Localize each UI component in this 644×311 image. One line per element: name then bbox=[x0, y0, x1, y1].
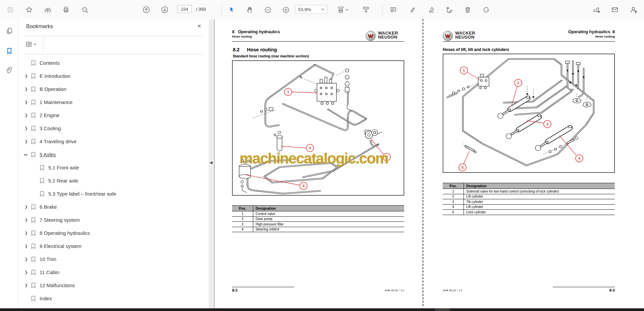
next-page-button[interactable] bbox=[160, 5, 169, 14]
header-chapter-title: Operating hydraulics bbox=[568, 30, 610, 34]
bookmark-item[interactable]: ❯Index bbox=[18, 292, 209, 305]
header-chapter-number: 8 bbox=[232, 30, 234, 34]
scroll-mode-button[interactable] bbox=[362, 5, 370, 14]
table-row: 5Lock cylinder bbox=[443, 210, 615, 215]
bookmark-item[interactable]: ❯8 Operating hydraulics bbox=[18, 226, 209, 240]
column-header: Designation bbox=[464, 183, 615, 189]
bookmark-item[interactable]: ❯1 Maintenance bbox=[18, 96, 209, 109]
right-parts-table: Pos.Designation 1Solenoid valve for two-… bbox=[443, 183, 615, 215]
fit-width-dropdown[interactable] bbox=[336, 5, 349, 14]
chevron-right-icon[interactable]: ❯ bbox=[23, 126, 29, 131]
bookmark-item[interactable]: ❯B Operation bbox=[18, 83, 209, 96]
zoom-in-button[interactable] bbox=[281, 5, 290, 14]
sign-button[interactable] bbox=[427, 5, 435, 14]
delete-button[interactable] bbox=[463, 5, 472, 14]
chevron-right-icon[interactable]: ❯ bbox=[23, 230, 29, 236]
paperclip-icon bbox=[5, 66, 13, 74]
svg-text:5: 5 bbox=[462, 165, 464, 169]
search-button[interactable] bbox=[80, 5, 89, 14]
bookmark-item[interactable]: 5.2 Rear axle bbox=[18, 174, 209, 187]
bookmark-icon bbox=[31, 139, 36, 144]
hose-routing-diagram: 1 3 2 4 bbox=[232, 60, 404, 196]
zoom-level-dropdown[interactable]: 53,9% bbox=[295, 5, 327, 14]
bookmark-item[interactable]: ❯E Introduction bbox=[18, 69, 209, 83]
figure-caption: Standard hose routing (rear machine sect… bbox=[233, 54, 309, 58]
comment-button[interactable] bbox=[389, 5, 397, 14]
chevron-right-icon[interactable]: ❯ bbox=[23, 73, 29, 79]
chevron-right-icon[interactable]: ❯ bbox=[23, 113, 29, 118]
chevron-right-icon[interactable]: ❯ bbox=[23, 100, 29, 105]
bookmark-item[interactable]: ❯6 Brake bbox=[18, 200, 209, 213]
redo-button[interactable] bbox=[482, 5, 490, 14]
bookmark-icon bbox=[40, 191, 45, 197]
left-doc-version: SHB WL32 * 1.0 bbox=[232, 289, 404, 292]
options-list-icon bbox=[25, 41, 33, 48]
chevron-right-icon[interactable]: ❯ bbox=[23, 257, 29, 262]
bookmark-item[interactable]: 5.1 Front axle bbox=[18, 161, 209, 174]
bookmark-item[interactable]: 5.3 Type label – front/rear axle bbox=[18, 187, 209, 200]
divider bbox=[25, 54, 203, 54]
bookmark-label: 4 Traveling drive bbox=[40, 139, 76, 144]
bookmark-item[interactable]: ❯7 Steering system bbox=[18, 213, 209, 226]
fill-sign-button[interactable] bbox=[445, 5, 453, 14]
chevron-right-icon[interactable]: ❯ bbox=[23, 244, 29, 249]
bookmark-label: 3 Cooling bbox=[40, 125, 61, 131]
chevron-right-icon[interactable]: ❯ bbox=[23, 204, 29, 210]
caret-down-icon bbox=[321, 8, 324, 10]
trash-icon bbox=[464, 6, 472, 14]
bookmark-item[interactable]: ❯3 Cooling bbox=[18, 122, 209, 135]
bookmark-icon bbox=[31, 73, 36, 79]
close-panel-button[interactable]: ✕ bbox=[196, 22, 203, 30]
bookmark-item[interactable]: ❯11 Cabin bbox=[18, 266, 209, 279]
print-button[interactable] bbox=[62, 5, 70, 14]
zoom-level-value: 53,9% bbox=[298, 7, 311, 12]
bookmark-options-button[interactable] bbox=[25, 40, 39, 49]
bookmarks-tab[interactable] bbox=[5, 46, 14, 55]
callout-1: 1 bbox=[460, 67, 480, 80]
lift-cylinder2-figure bbox=[535, 125, 572, 151]
hand-tool-button[interactable] bbox=[245, 5, 254, 14]
page-thumbnails-tab[interactable] bbox=[5, 26, 14, 35]
save-button[interactable] bbox=[6, 5, 15, 14]
previous-page-button[interactable] bbox=[142, 5, 151, 14]
zoom-out-button[interactable] bbox=[263, 5, 272, 14]
toolbar: / 350 53,9% bbox=[0, 0, 644, 19]
bookmark-label: 11 Cabin bbox=[40, 269, 59, 275]
email-button[interactable] bbox=[610, 5, 619, 14]
brand-line2: NEUSON bbox=[378, 35, 398, 39]
bookmark-item[interactable]: ❯4 Traveling drive bbox=[18, 135, 209, 148]
svg-text:4: 4 bbox=[578, 156, 581, 160]
page-number-input[interactable] bbox=[177, 5, 192, 13]
caret-down-icon bbox=[34, 43, 37, 45]
attachments-tab[interactable] bbox=[5, 65, 14, 74]
highlight-button[interactable] bbox=[408, 5, 417, 14]
share-link-button[interactable] bbox=[592, 5, 601, 14]
chevron-right-icon[interactable]: ❯ bbox=[23, 217, 29, 223]
star-button[interactable] bbox=[25, 5, 34, 14]
scrollbar-thumb[interactable] bbox=[435, 309, 450, 311]
bookmark-item[interactable]: ❯9 Electrical system bbox=[18, 240, 209, 253]
table-row: 2Lift cylinder bbox=[443, 194, 615, 199]
bookmark-item[interactable]: ❯10 Trim bbox=[18, 253, 209, 266]
select-tool-button[interactable] bbox=[227, 5, 236, 14]
bookmark-item[interactable]: ❯12 Malfunctions bbox=[18, 279, 209, 292]
add-user-button[interactable] bbox=[629, 5, 638, 14]
collapse-panel-arrow[interactable]: ◀ bbox=[210, 160, 212, 165]
chevron-right-icon[interactable]: ❯ bbox=[23, 139, 29, 144]
horizontal-scrollbar[interactable] bbox=[0, 308, 644, 311]
bookmark-item[interactable]: ❯Contents bbox=[18, 56, 209, 69]
bookmark-item-selected[interactable]: ❯5 Axles bbox=[18, 148, 209, 161]
page-total-label: / 350 bbox=[196, 7, 206, 12]
bookmark-item[interactable]: ❯2 Engine bbox=[18, 109, 209, 122]
chevron-right-icon[interactable]: ❯ bbox=[23, 87, 29, 92]
brand-logo: WACKERNEUSON bbox=[366, 31, 398, 41]
chevron-down-icon[interactable]: ❯ bbox=[23, 152, 29, 157]
bookmark-label: 9 Electrical system bbox=[40, 243, 82, 249]
pdf-viewer-window: / 350 53,9% Bookmarks ✕ bbox=[0, 0, 644, 311]
chevron-right-icon[interactable]: ❯ bbox=[23, 270, 29, 275]
chevron-right-icon[interactable]: ❯ bbox=[23, 283, 29, 288]
upload-cloud-button[interactable] bbox=[43, 5, 52, 14]
scrolling-pages-icon bbox=[362, 6, 370, 14]
link-cloud-icon bbox=[592, 6, 600, 14]
bookmark-label: 12 Malfunctions bbox=[40, 282, 75, 288]
